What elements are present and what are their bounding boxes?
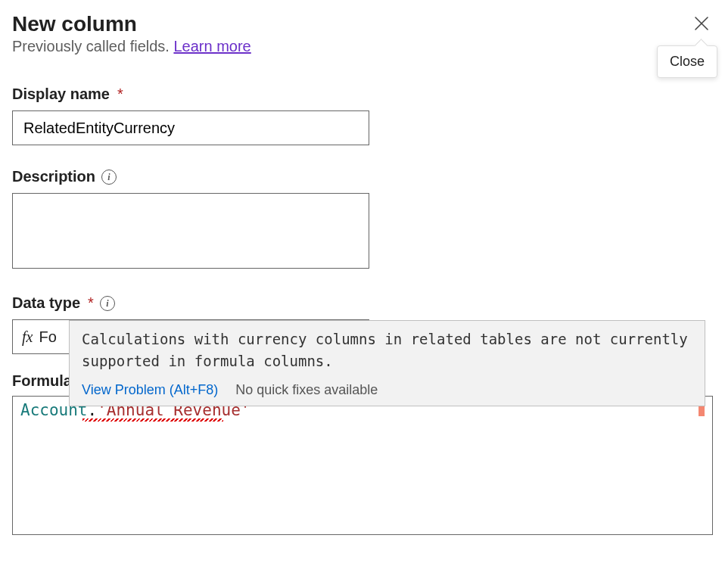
close-tooltip: Close — [657, 45, 717, 78]
display-name-label: Display name — [12, 86, 110, 103]
info-icon[interactable]: i — [100, 296, 115, 311]
close-button[interactable] — [690, 12, 713, 38]
close-icon — [693, 15, 710, 32]
display-name-input[interactable] — [12, 110, 369, 145]
required-asterisk: * — [117, 86, 123, 103]
formula-label: Formula — [12, 372, 72, 390]
subtitle-text: Previously called fields. — [12, 38, 173, 54]
formula-code-line: Account.'Annual Revenue' — [20, 401, 250, 456]
error-message: Calculations with currency columns in re… — [70, 321, 705, 378]
page-title: New column — [12, 12, 690, 36]
no-quick-fixes-text: No quick fixes available — [235, 382, 378, 397]
page-subtitle: Previously called fields. Learn more — [12, 38, 690, 55]
error-popup: Calculations with currency columns in re… — [69, 320, 705, 406]
view-problem-link[interactable]: View Problem (Alt+F8) — [82, 382, 218, 397]
required-asterisk: * — [88, 294, 94, 312]
fx-icon: fx — [22, 328, 33, 346]
formula-editor[interactable]: Account.'Annual Revenue' — [12, 396, 713, 535]
learn-more-link[interactable]: Learn more — [173, 38, 250, 54]
info-icon[interactable]: i — [101, 170, 117, 185]
data-type-label: Data type — [12, 294, 80, 312]
description-label: Description — [12, 168, 95, 185]
data-type-value: Fo — [39, 328, 56, 346]
description-input[interactable] — [12, 193, 369, 269]
